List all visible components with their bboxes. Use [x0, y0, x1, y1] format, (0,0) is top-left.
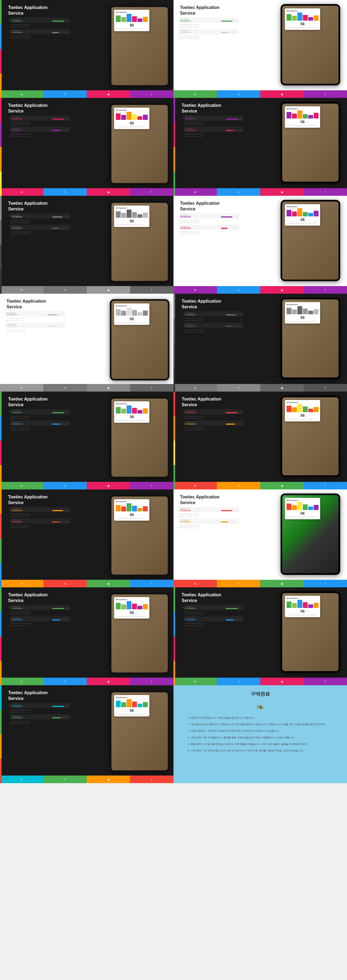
stat-row: FACEBOOK [180, 509, 237, 511]
social-twitter[interactable]: 𝕏 [217, 482, 260, 490]
social-twitter[interactable]: 𝕏 [43, 188, 87, 196]
bar [132, 16, 137, 22]
social-twitter[interactable]: 𝕏 [43, 580, 87, 587]
social-instagram[interactable]: ◉ [87, 776, 130, 783]
desc-text-1: Conventionally decoupage nopalignment fo… [179, 220, 239, 224]
tablet-screen: WiFi Applications 56 Conventionally deco… [111, 203, 168, 281]
app-desc: Conventionally decoupage nop alignment f… [116, 518, 148, 519]
social-twitter[interactable]: 𝕏 [43, 482, 87, 490]
social-instagram[interactable]: ◉ [87, 384, 130, 391]
tablet-screen: WiFi Applications 56 Conventionally deco… [111, 594, 168, 673]
social-instagram[interactable]: ◉ [87, 90, 130, 98]
stat-block-2: FACEBOOK FACEBOOK [5, 323, 65, 328]
social-instagram[interactable]: ◉ [260, 286, 304, 294]
social-twitter[interactable]: 𝕏 [43, 776, 87, 783]
side-tabs-8 [174, 294, 175, 391]
social-instagram[interactable]: ◉ [260, 384, 304, 391]
social-linkedin[interactable]: in [174, 580, 217, 587]
social-linkedin[interactable]: in [174, 678, 217, 685]
social-instagram[interactable]: ◉ [260, 188, 304, 196]
social-linkedin[interactable]: in [0, 384, 43, 391]
side-tab [0, 196, 2, 220]
stat-bar-2 [53, 522, 60, 523]
bar [308, 17, 313, 21]
social-linkedin[interactable]: in [174, 90, 217, 98]
social-twitter[interactable]: 𝕏 [217, 90, 260, 98]
completion-para-2: 2. 파일 다운로드: 구매하신 파일은 마이페이지에서 언제든지 다운로드가 … [188, 729, 333, 733]
social-instagram[interactable]: ◉ [87, 580, 130, 587]
app-title: WiFi Applications [116, 207, 148, 209]
stat-row: FACEBOOK [12, 20, 68, 22]
social-facebook[interactable]: f [304, 580, 347, 587]
app-number: 56 [116, 219, 148, 223]
social-twitter[interactable]: 𝕏 [43, 286, 87, 294]
bar [298, 13, 302, 21]
social-twitter[interactable]: 𝕏 [217, 580, 260, 587]
social-instagram[interactable]: ◉ [87, 188, 130, 196]
social-facebook[interactable]: f [130, 482, 174, 490]
instagram-icon: ◉ [107, 93, 110, 96]
social-twitter[interactable]: 𝕏 [217, 286, 260, 294]
social-linkedin[interactable]: in [0, 678, 43, 685]
social-twitter[interactable]: 𝕏 [43, 678, 87, 685]
social-linkedin[interactable]: in [0, 776, 43, 783]
bar [137, 116, 142, 120]
social-linkedin[interactable]: in [174, 482, 217, 490]
social-linkedin[interactable]: in [174, 188, 217, 196]
app-title: WiFi Applications [116, 403, 148, 404]
app-desc: Conventionally decoupage nop alignment f… [287, 516, 318, 518]
card-11: Toetiec Application Service ... FACEBOOK… [0, 490, 174, 587]
social-facebook[interactable]: f [304, 90, 347, 98]
social-facebook[interactable]: f [130, 776, 174, 783]
social-facebook[interactable]: f [304, 482, 347, 490]
app-number: 36 [116, 415, 148, 419]
social-instagram[interactable]: ◉ [260, 580, 304, 587]
social-linkedin[interactable]: in [0, 580, 43, 587]
social-instagram[interactable]: ◉ [260, 678, 304, 685]
social-twitter[interactable]: 𝕏 [43, 384, 87, 391]
tablet: WiFi Applications 56 Conventionally deco… [280, 102, 340, 183]
social-instagram[interactable]: ◉ [87, 482, 130, 490]
social-instagram[interactable]: ◉ [87, 286, 130, 294]
social-linkedin[interactable] [0, 90, 43, 98]
app-title: WiFi Applications [287, 402, 318, 403]
stat-block-2: FACEBOOK FACEBOOK [179, 225, 239, 230]
social-facebook[interactable]: f [130, 286, 174, 294]
social-linkedin[interactable]: in [0, 188, 43, 196]
side-tab [174, 122, 175, 147]
social-facebook[interactable]: f [304, 384, 347, 391]
stat-row-2: FACEBOOK [185, 423, 242, 425]
social-linkedin[interactable]: in [174, 384, 217, 391]
social-facebook[interactable]: f [130, 678, 174, 685]
social-facebook[interactable]: f [130, 90, 174, 98]
stat-bar-wrap-2 [226, 130, 242, 131]
social-instagram[interactable]: ◉ [260, 90, 304, 98]
chart-area [287, 502, 318, 510]
stat-row-2: FACEBOOK [7, 325, 64, 327]
stat-bar-wrap [53, 21, 68, 22]
social-linkedin[interactable]: in [0, 286, 43, 294]
side-tab [0, 685, 2, 710]
social-linkedin[interactable]: in [174, 286, 217, 294]
social-facebook[interactable]: f [304, 188, 347, 196]
social-twitter[interactable]: 𝕏 [43, 90, 87, 98]
stat-row-2: FACEBOOK [185, 619, 242, 621]
social-twitter[interactable]: 𝕏 [217, 188, 260, 196]
bar [287, 308, 291, 314]
bar [116, 603, 121, 609]
social-instagram[interactable]: ◉ [87, 678, 130, 685]
social-facebook[interactable]: f [130, 580, 174, 587]
social-twitter[interactable]: 𝕏 [217, 384, 260, 391]
stat-block-2: FACEBOOK FACEBOOK [10, 29, 70, 34]
side-tab [174, 147, 175, 171]
bar [132, 310, 137, 316]
social-facebook[interactable]: f [304, 286, 347, 294]
social-facebook[interactable]: f [130, 188, 174, 196]
social-facebook[interactable]: f [130, 384, 174, 391]
side-tab [0, 220, 2, 245]
social-facebook[interactable]: f [304, 678, 347, 685]
device-area: WiFi Applications 36 Conventionally deco… [110, 397, 174, 484]
social-linkedin[interactable]: in [0, 482, 43, 490]
social-instagram[interactable]: ◉ [260, 482, 304, 490]
social-twitter[interactable]: 𝕏 [217, 678, 260, 685]
